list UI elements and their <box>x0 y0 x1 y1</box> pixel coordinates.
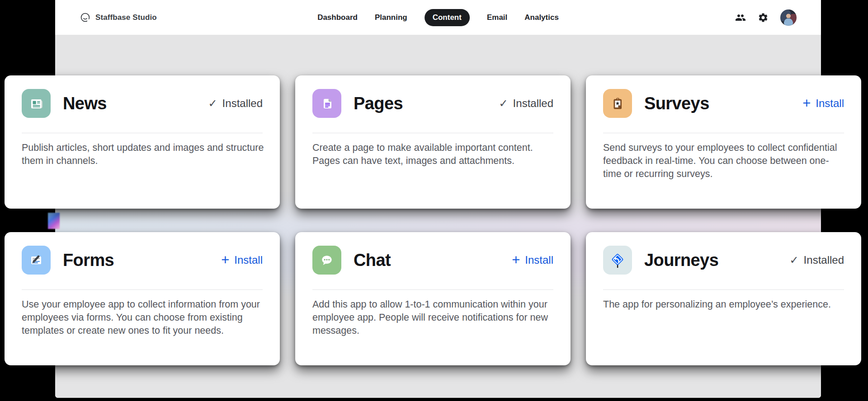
card-title: Journeys <box>644 251 718 270</box>
nav-item-email[interactable]: Email <box>487 13 507 22</box>
install-label: Install <box>234 254 263 266</box>
plus-icon: + <box>512 253 520 267</box>
install-button[interactable]: + Install <box>221 253 263 267</box>
pages-icon <box>312 89 341 118</box>
check-icon: ✓ <box>208 98 217 109</box>
check-icon: ✓ <box>499 98 508 109</box>
status-badge: ✓ Installed <box>208 97 263 110</box>
install-label: Install <box>816 97 844 110</box>
nav-item-dashboard[interactable]: Dashboard <box>317 13 358 22</box>
card-news[interactable]: News ✓ Installed Publish articles, short… <box>5 75 280 209</box>
status-label: Installed <box>513 97 553 110</box>
install-label: Install <box>525 254 553 266</box>
card-description: Create a page to make available importan… <box>312 141 555 168</box>
nav-item-content[interactable]: Content <box>425 9 470 26</box>
card-title: Forms <box>63 251 114 270</box>
card-divider <box>22 133 263 133</box>
card-description: Use your employee app to collect informa… <box>22 298 264 337</box>
forms-icon <box>22 246 51 275</box>
users-icon[interactable] <box>735 12 746 23</box>
brand: Staffbase Studio <box>80 0 157 35</box>
install-button[interactable]: + Install <box>802 97 844 111</box>
brand-name: Staffbase Studio <box>95 13 157 22</box>
card-description: The app for personalizing an employee’s … <box>603 298 846 311</box>
main-nav: Dashboard Planning Content Email Analyti… <box>317 0 559 35</box>
user-avatar[interactable] <box>780 9 797 26</box>
card-description: Send surveys to your employees to collec… <box>603 141 846 181</box>
card-divider <box>22 289 263 290</box>
card-pages[interactable]: Pages ✓ Installed Create a page to make … <box>295 75 571 209</box>
card-chat[interactable]: Chat + Install Add this app to allow 1-t… <box>295 232 571 365</box>
card-divider <box>603 289 844 290</box>
card-surveys[interactable]: Surveys + Install Send surveys to your e… <box>586 75 861 209</box>
gear-icon[interactable] <box>758 12 769 23</box>
journeys-icon <box>603 246 632 275</box>
status-label: Installed <box>804 254 844 266</box>
topbar-actions <box>735 0 797 35</box>
card-divider <box>312 289 553 290</box>
staffbase-logo-icon <box>80 12 90 23</box>
plus-icon: + <box>802 96 811 110</box>
status-badge: ✓ Installed <box>499 97 554 110</box>
apps-grid: News ✓ Installed Publish articles, short… <box>5 75 861 365</box>
status-badge: ✓ Installed <box>790 254 844 266</box>
card-journeys[interactable]: Journeys ✓ Installed The app for persona… <box>586 232 861 365</box>
card-title: Chat <box>354 251 391 270</box>
surveys-icon <box>603 89 632 118</box>
card-title: News <box>63 94 107 113</box>
status-label: Installed <box>222 97 263 110</box>
card-title: Surveys <box>644 94 709 113</box>
nav-item-planning[interactable]: Planning <box>375 13 407 22</box>
nav-item-analytics[interactable]: Analytics <box>524 13 559 22</box>
card-divider <box>603 133 844 133</box>
card-title: Pages <box>354 94 403 113</box>
card-description: Publish articles, short updates and imag… <box>22 141 264 168</box>
news-icon <box>22 89 51 118</box>
top-navigation-bar: Staffbase Studio Dashboard Planning Cont… <box>55 0 821 35</box>
card-divider <box>312 133 553 133</box>
check-icon: ✓ <box>790 255 799 266</box>
install-button[interactable]: + Install <box>512 253 553 267</box>
card-description: Add this app to allow 1-to-1 communicati… <box>312 298 555 337</box>
plus-icon: + <box>221 253 229 267</box>
card-forms[interactable]: Forms + Install Use your employee app to… <box>5 232 280 365</box>
chat-icon <box>312 246 341 275</box>
